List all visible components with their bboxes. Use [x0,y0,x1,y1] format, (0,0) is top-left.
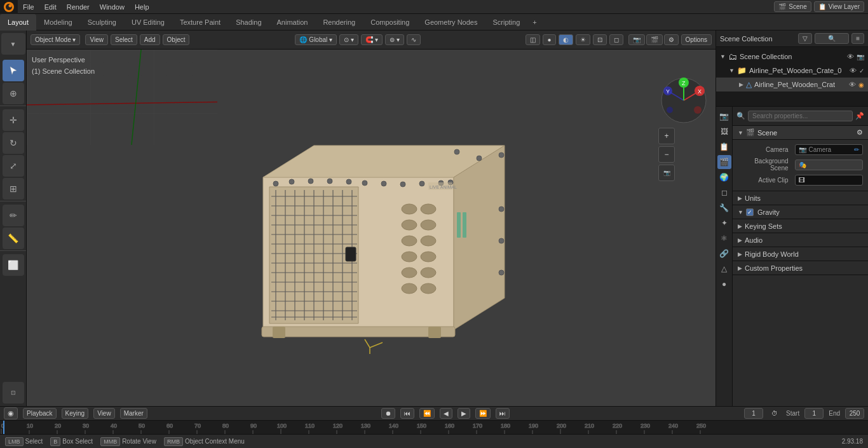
wireframe-shading[interactable]: ◫ [526,34,540,45]
properties-search-input[interactable] [748,111,853,121]
gravity-section[interactable]: ▼ ✓ Gravity [733,205,868,219]
custom-properties-section[interactable]: ▶ Custom Properties [733,261,868,275]
gravity-checkbox[interactable]: ✓ [746,208,754,216]
viewport-select-menu[interactable]: Select [111,34,137,45]
render-props-tab[interactable]: 📷 [717,109,731,123]
outliner-search[interactable]: 🔍 [815,33,849,44]
viewport-view-menu[interactable]: View [85,34,108,45]
jump-end-btn[interactable]: ⏭ [496,408,510,419]
tab-modeling[interactable]: Modeling [36,14,80,31]
curve-btn[interactable]: ∿ [407,34,421,45]
transform-pivot[interactable]: ⊡ [3,382,24,404]
constraints-props-tab[interactable]: 🔗 [717,247,731,261]
material-props-tab[interactable]: ● [717,277,731,291]
add-cube-tool[interactable]: ⬜ [3,254,24,276]
scene-area[interactable]: User Perspective (1) Scene Collection [27,50,715,406]
item-exclude-btn[interactable]: ✓ [859,67,864,74]
tab-geometry-nodes[interactable]: Geometry Nodes [417,14,485,31]
scene-props-tab[interactable]: 🎬 [717,155,731,169]
outliner-collection-item[interactable]: ▼ 📁 Airline_Pet_Wooden_Crate_0 👁 ✓ [716,64,868,78]
start-frame[interactable]: 1 [804,408,824,419]
marker-menu[interactable]: Marker [120,408,147,419]
menu-render[interactable]: Render [62,0,95,14]
rotate-tool[interactable]: ↻ [3,132,24,154]
record-btn[interactable]: ⏺ [381,408,395,419]
camera-value[interactable]: 📷 Camera ✏ [795,144,863,155]
keying-menu[interactable]: Keying [62,408,89,419]
mode-selector[interactable]: ▼ [1,33,25,55]
cursor-tool[interactable]: ⊕ [3,83,24,104]
select-tool[interactable] [3,60,24,81]
tab-layout[interactable]: Layout [0,14,36,31]
audio-section[interactable]: ▶ Audio [733,233,868,247]
scale-tool[interactable]: ⤢ [3,155,24,177]
menu-help[interactable]: Help [130,0,154,14]
zoom-in-btn[interactable]: + [658,128,675,144]
units-section[interactable]: ▶ Units [733,191,868,205]
tab-sculpting[interactable]: Sculpting [80,14,124,31]
zoom-out-btn[interactable]: − [658,146,675,163]
active-clip-value[interactable]: 🎞 [795,175,863,186]
rendered-shading[interactable]: ☀ [576,34,590,45]
mesh-select-icon[interactable]: ◉ [858,81,864,88]
transform-tool[interactable]: ⊞ [3,178,24,200]
camera-edit-btn[interactable]: ✏ [854,146,859,153]
item-visibility-eye[interactable]: 👁 [850,67,857,74]
outliner-display-mode[interactable]: ≡ [851,33,864,44]
jump-start-btn[interactable]: ⏮ [400,408,414,419]
step-back-btn[interactable]: ⏪ [419,408,435,419]
outliner-filter-btn[interactable]: ▽ [798,33,812,44]
snap-button[interactable]: 🧲 ▾ [361,34,383,45]
timeline-ruler[interactable]: 0 10 20 30 40 50 60 70 80 90 100 110 120… [0,421,868,434]
playback-menu[interactable]: Playback [23,408,57,419]
play-btn[interactable]: ▶ [458,408,470,419]
annotate-tool[interactable]: ✏ [3,205,24,226]
transform-space[interactable]: 🌐 Global ▾ [295,34,337,45]
move-tool[interactable]: ✛ [3,109,24,131]
timeline-marker-icon[interactable]: ◉ [4,407,18,419]
rigid-body-world-section[interactable]: ▶ Rigid Body World [733,247,868,261]
menu-edit[interactable]: Edit [39,0,62,14]
scene-options-icon[interactable]: ⚙ [857,128,863,137]
keying-sets-section[interactable]: ▶ Keying Sets [733,219,868,233]
scene-section-header[interactable]: ▼ 🎬 Scene ⚙ [733,126,868,140]
scene-collection-root[interactable]: ▼ 🗂 Scene Collection 👁 📷 [716,50,868,64]
options-button[interactable]: Options [681,34,712,45]
tab-scripting[interactable]: Scripting [485,14,527,31]
menu-window[interactable]: Window [95,0,130,14]
viewport-add-menu[interactable]: Add [140,34,160,45]
xray-toggle[interactable]: ◻ [609,34,623,45]
object-mode-dropdown[interactable]: Object Mode ▾ [31,34,80,45]
camera-view-btn[interactable]: 📷 [628,34,645,45]
overlay-toggle[interactable]: ⊡ [593,34,607,45]
world-props-tab[interactable]: 🌍 [717,170,731,184]
viewport-object-menu[interactable]: Object [163,34,190,45]
tab-texture-paint[interactable]: Texture Paint [172,14,228,31]
material-shading[interactable]: ◐ [559,34,573,45]
background-scene-value[interactable]: 🎭 [795,160,863,170]
tab-rendering[interactable]: Rendering [315,14,363,31]
object-props-tab[interactable]: ◻ [717,186,731,200]
proportional-edit[interactable]: ⊚ ▾ [385,34,404,45]
outliner-mesh-item[interactable]: ▶ △ Airline_Pet_Wooden_Crat 👁 ◉ [716,78,868,92]
tab-animation[interactable]: Animation [269,14,316,31]
render-btn[interactable]: 🎬 [646,34,663,45]
solid-shading[interactable]: ● [543,34,555,45]
play-reverse-btn[interactable]: ◀ [440,408,452,419]
scene-settings-btn[interactable]: ⚙ [664,34,679,45]
modifier-props-tab[interactable]: 🔧 [717,201,731,215]
scene-selector[interactable]: 🎬 Scene [774,1,811,12]
particles-props-tab[interactable]: ✦ [717,216,731,230]
view-menu[interactable]: View [93,408,115,419]
data-props-tab[interactable]: △ [717,262,731,276]
add-workspace-button[interactable]: + [527,18,541,26]
visibility-eye[interactable]: 👁 [847,53,854,60]
menu-file[interactable]: File [18,0,39,14]
tab-compositing[interactable]: Compositing [363,14,417,31]
view-layer-props-tab[interactable]: 📋 [717,140,731,154]
tab-shading[interactable]: Shading [228,14,269,31]
pivot-point[interactable]: ⊙ ▾ [339,34,358,45]
step-forward-btn[interactable]: ⏩ [475,408,491,419]
mesh-visibility-eye[interactable]: 👁 [849,81,856,88]
measure-tool[interactable]: 📏 [3,227,24,249]
